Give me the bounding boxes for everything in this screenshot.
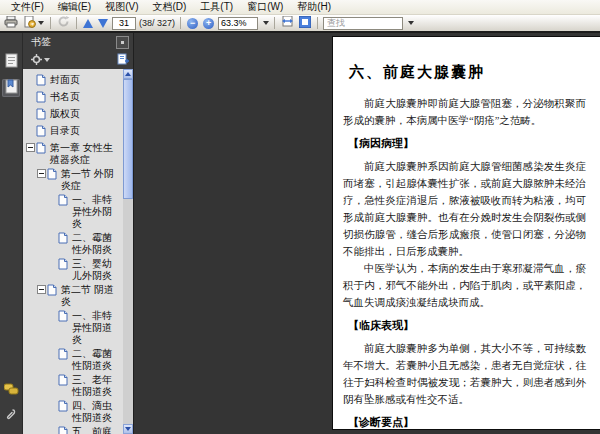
bookmarks-panel-title: 书签 — [31, 35, 51, 49]
comments-panel-tab[interactable] — [2, 382, 20, 400]
bookmark-item[interactable]: 二、霉菌性外阴炎 — [48, 231, 123, 257]
bookmark-item[interactable]: 一、非特异性外阴炎 — [48, 193, 123, 231]
previous-page-button[interactable] — [82, 16, 94, 30]
pages-icon — [5, 53, 18, 72]
attachments-panel-tab[interactable] — [2, 408, 20, 426]
scroll-up-icon — [125, 72, 131, 76]
collapse-toggle-icon[interactable] — [26, 143, 36, 152]
bookmark-page-icon — [47, 168, 57, 183]
bookmark-label: 第一节 外阴炎症 — [59, 168, 123, 192]
scrollbar-thumb[interactable] — [123, 79, 133, 199]
bookmark-label: 目录页 — [48, 125, 123, 137]
zoom-in-icon: + — [203, 18, 214, 29]
gear-icon — [31, 51, 42, 69]
bookmark-label: 五、前庭大腺炎 — [70, 426, 123, 434]
bookmark-item[interactable]: 四、滴虫性阴道炎 — [48, 399, 123, 425]
page-number-input[interactable] — [112, 17, 136, 30]
bookmark-page-icon — [47, 284, 57, 299]
bookmark-item[interactable]: 二、霉菌性阴道炎 — [48, 347, 123, 373]
toolbar-separator — [180, 17, 181, 29]
bookmark-page-icon — [58, 400, 68, 415]
bookmark-item[interactable]: 书名页 — [26, 90, 123, 107]
arrow-up-icon — [83, 19, 93, 28]
scroll-up-button[interactable] — [123, 69, 133, 79]
bookmark-item[interactable]: 目录页 — [26, 124, 123, 141]
chevron-down-icon — [44, 58, 50, 62]
menu-item[interactable]: 文档(D) — [145, 0, 193, 14]
doc-text-block: 前庭大腺囊肿多为单侧，其大小不等，可持续数年不增大。若囊肿小且无感染，患者无自觉… — [343, 340, 586, 408]
bookmark-page-icon — [36, 142, 46, 157]
zoom-dropdown-caret[interactable] — [263, 21, 269, 25]
find-dropdown-caret[interactable] — [408, 21, 414, 25]
scrollbar-track[interactable] — [123, 79, 133, 424]
toolbar-separator — [317, 17, 318, 29]
bookmark-label: 二、霉菌性阴道炎 — [70, 348, 123, 372]
menu-item[interactable]: 编辑(E) — [51, 0, 98, 14]
zoom-in-button[interactable]: + — [202, 16, 215, 30]
zoom-level-input[interactable] — [218, 17, 258, 30]
bookmark-item[interactable]: 第一节 外阴炎症 — [37, 167, 123, 193]
printer-icon — [4, 14, 18, 32]
bookmark-label: 第一章 女性生殖器炎症 — [48, 142, 123, 166]
panel-options-button[interactable] — [116, 36, 129, 49]
bookmarks-panel: 书签 — [23, 33, 134, 434]
expand-current-bookmark-button[interactable] — [117, 51, 129, 69]
fit-width-icon — [281, 14, 294, 32]
export-dropdown-caret[interactable] — [38, 21, 44, 25]
bookmarks-panel-tab[interactable] — [2, 79, 20, 97]
menu-item[interactable]: 帮助(H) — [290, 0, 338, 14]
bookmark-page-icon — [36, 74, 46, 89]
bookmark-page-icon — [58, 258, 68, 273]
menu-item[interactable]: 工具(T) — [193, 0, 240, 14]
export-document-button[interactable] — [22, 16, 45, 30]
document-pane[interactable]: 六、前庭大腺囊肿 前庭大腺囊肿即前庭大腺管阻塞，分泌物积聚而形成的囊肿，本病属中… — [134, 33, 600, 434]
fit-width-button[interactable] — [280, 16, 295, 30]
bookmark-page-icon — [58, 374, 68, 389]
bookmarks-list: 封面页 书名页 — [23, 71, 123, 434]
previous-view-icon — [57, 14, 70, 32]
bookmark-item[interactable]: 三、老年性阴道炎 — [48, 373, 123, 399]
bookmark-item[interactable]: 五、前庭大腺炎 — [48, 425, 123, 434]
bookmark-label: 四、滴虫性阴道炎 — [70, 400, 123, 424]
menu-item[interactable]: 视图(V) — [98, 0, 145, 14]
scroll-down-icon — [125, 427, 131, 431]
doc-text-block: 六、前庭大腺囊肿 — [349, 63, 586, 82]
menu-item[interactable]: 窗口(W) — [240, 0, 290, 14]
toolbar-separator — [50, 17, 51, 29]
document-page: 六、前庭大腺囊肿 前庭大腺囊肿即前庭大腺管阻塞，分泌物积聚而形成的囊肿，本病属中… — [332, 36, 600, 430]
bookmark-label: 第二节 阴道炎 — [59, 284, 123, 308]
menu-bar: 文件(F) 编辑(E) 视图(V) 文档(D) 工具(T) 窗口(W) 帮助(H… — [0, 0, 600, 15]
scroll-down-button[interactable] — [123, 424, 133, 434]
bookmark-page-icon — [36, 91, 46, 106]
collapse-toggle-icon[interactable] — [37, 285, 47, 294]
bookmark-item[interactable]: 一、非特异性阴道炎 — [48, 309, 123, 347]
next-page-button[interactable] — [97, 16, 109, 30]
bookmark-item[interactable]: 版权页 — [26, 107, 123, 124]
bookmark-label: 一、非特异性阴道炎 — [70, 310, 123, 346]
bookmarks-scrollbar[interactable] — [123, 69, 133, 434]
bookmark-options-menu-button[interactable] — [31, 51, 50, 69]
bookmark-item[interactable]: 三、婴幼儿外阴炎 — [48, 257, 123, 283]
collapse-toggle-icon[interactable] — [37, 169, 47, 178]
bookmark-item[interactable]: 第二节 阴道炎 — [37, 283, 123, 309]
bookmark-item[interactable]: 封面页 — [26, 73, 123, 90]
doc-text-block: 中医学认为，本病的发生由于寒邪凝滞气血，瘀积于内，邪气不能外出，内陷于肌肉，或平… — [343, 260, 586, 311]
bookmark-label: 二、霉菌性外阴炎 — [70, 232, 123, 256]
doc-text-block: 【临床表现】 — [348, 318, 586, 333]
pages-panel-tab[interactable] — [2, 53, 20, 71]
full-screen-button[interactable] — [298, 16, 312, 30]
menu-item[interactable]: 文件(F) — [4, 0, 51, 14]
previous-view-button[interactable] — [56, 16, 71, 30]
page-content: 六、前庭大腺囊肿 前庭大腺囊肿即前庭大腺管阻塞，分泌物积聚而形成的囊肿，本病属中… — [333, 37, 600, 434]
bookmark-label: 一、非特异性外阴炎 — [70, 194, 123, 230]
bookmark-page-icon — [58, 194, 68, 209]
page-count-label: (38/ 327) — [139, 18, 175, 28]
toolbar-separator — [76, 17, 77, 29]
print-button[interactable] — [3, 16, 19, 30]
bookmark-page-icon — [58, 348, 68, 363]
find-input[interactable] — [323, 17, 403, 30]
bookmark-item[interactable]: 第一章 女性生殖器炎症 — [26, 141, 123, 167]
bookmark-page-icon — [36, 125, 46, 140]
zoom-out-button[interactable]: − — [186, 16, 199, 30]
export-document-icon — [23, 14, 36, 32]
